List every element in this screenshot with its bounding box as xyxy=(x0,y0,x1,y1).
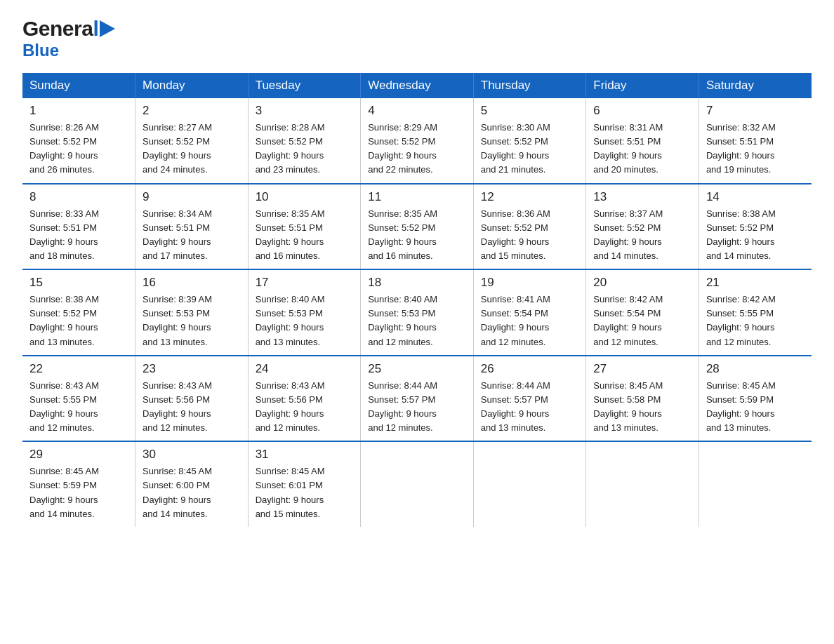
day-info: Sunrise: 8:45 AM Sunset: 5:59 PM Dayligh… xyxy=(706,379,805,436)
day-info: Sunrise: 8:33 AM Sunset: 5:51 PM Dayligh… xyxy=(29,207,128,264)
day-of-week-header: Saturday xyxy=(699,73,812,98)
day-of-week-header: Thursday xyxy=(473,73,586,98)
calendar-day-cell: 19 Sunrise: 8:41 AM Sunset: 5:54 PM Dayl… xyxy=(473,269,586,356)
day-info: Sunrise: 8:27 AM Sunset: 5:52 PM Dayligh… xyxy=(143,121,241,177)
day-number: 5 xyxy=(481,104,579,118)
day-number: 14 xyxy=(706,190,805,204)
day-of-week-header: Friday xyxy=(586,73,699,98)
day-info: Sunrise: 8:42 AM Sunset: 5:55 PM Dayligh… xyxy=(706,293,805,349)
day-number: 17 xyxy=(256,276,354,290)
day-info: Sunrise: 8:26 AM Sunset: 5:52 PM Dayligh… xyxy=(29,121,128,177)
calendar-table: SundayMondayTuesdayWednesdayThursdayFrid… xyxy=(22,73,812,527)
day-info: Sunrise: 8:38 AM Sunset: 5:52 PM Dayligh… xyxy=(706,207,805,264)
calendar-day-cell: 24 Sunrise: 8:43 AM Sunset: 5:56 PM Dayl… xyxy=(248,356,361,442)
day-number: 22 xyxy=(29,362,128,376)
day-number: 6 xyxy=(593,104,691,118)
calendar-day-cell xyxy=(361,441,474,527)
day-info: Sunrise: 8:43 AM Sunset: 5:56 PM Dayligh… xyxy=(143,379,241,436)
day-info: Sunrise: 8:36 AM Sunset: 5:52 PM Dayligh… xyxy=(481,207,579,264)
day-number: 19 xyxy=(481,276,579,290)
calendar-day-cell xyxy=(473,441,586,527)
day-number: 3 xyxy=(256,104,354,118)
calendar-week-row: 8 Sunrise: 8:33 AM Sunset: 5:51 PM Dayli… xyxy=(22,184,812,270)
day-info: Sunrise: 8:44 AM Sunset: 5:57 PM Dayligh… xyxy=(368,379,466,436)
calendar-day-cell: 21 Sunrise: 8:42 AM Sunset: 5:55 PM Dayl… xyxy=(699,269,812,356)
day-number: 24 xyxy=(256,362,354,376)
calendar-day-cell: 4 Sunrise: 8:29 AM Sunset: 5:52 PM Dayli… xyxy=(361,98,474,184)
calendar-day-cell: 15 Sunrise: 8:38 AM Sunset: 5:52 PM Dayl… xyxy=(22,269,135,356)
logo-blue-text: Blue xyxy=(22,41,59,60)
calendar-day-cell: 18 Sunrise: 8:40 AM Sunset: 5:53 PM Dayl… xyxy=(361,269,474,356)
day-number: 4 xyxy=(368,104,466,118)
day-info: Sunrise: 8:43 AM Sunset: 5:55 PM Dayligh… xyxy=(29,379,128,436)
day-number: 2 xyxy=(143,104,241,118)
day-number: 9 xyxy=(143,190,241,204)
day-info: Sunrise: 8:40 AM Sunset: 5:53 PM Dayligh… xyxy=(368,293,466,349)
day-info: Sunrise: 8:41 AM Sunset: 5:54 PM Dayligh… xyxy=(481,293,579,349)
day-info: Sunrise: 8:28 AM Sunset: 5:52 PM Dayligh… xyxy=(256,121,354,177)
day-number: 30 xyxy=(143,448,241,462)
day-info: Sunrise: 8:45 AM Sunset: 6:00 PM Dayligh… xyxy=(143,464,241,521)
day-info: Sunrise: 8:40 AM Sunset: 5:53 PM Dayligh… xyxy=(256,293,354,349)
calendar-day-cell: 25 Sunrise: 8:44 AM Sunset: 5:57 PM Dayl… xyxy=(361,356,474,442)
day-number: 13 xyxy=(593,190,691,204)
day-number: 7 xyxy=(706,104,805,118)
day-number: 1 xyxy=(29,104,128,118)
calendar-day-cell: 26 Sunrise: 8:44 AM Sunset: 5:57 PM Dayl… xyxy=(473,356,586,442)
calendar-day-cell: 14 Sunrise: 8:38 AM Sunset: 5:52 PM Dayl… xyxy=(699,184,812,270)
day-number: 11 xyxy=(368,190,466,204)
day-number: 23 xyxy=(143,362,241,376)
day-info: Sunrise: 8:39 AM Sunset: 5:53 PM Dayligh… xyxy=(143,293,241,349)
day-info: Sunrise: 8:35 AM Sunset: 5:51 PM Dayligh… xyxy=(256,207,354,264)
day-number: 29 xyxy=(29,448,128,462)
svg-marker-0 xyxy=(100,20,115,37)
day-info: Sunrise: 8:35 AM Sunset: 5:52 PM Dayligh… xyxy=(368,207,466,264)
day-info: Sunrise: 8:29 AM Sunset: 5:52 PM Dayligh… xyxy=(368,121,466,177)
calendar-day-cell: 5 Sunrise: 8:30 AM Sunset: 5:52 PM Dayli… xyxy=(473,98,586,184)
calendar-day-cell: 10 Sunrise: 8:35 AM Sunset: 5:51 PM Dayl… xyxy=(248,184,361,270)
day-info: Sunrise: 8:43 AM Sunset: 5:56 PM Dayligh… xyxy=(256,379,354,436)
day-number: 10 xyxy=(256,190,354,204)
day-info: Sunrise: 8:34 AM Sunset: 5:51 PM Dayligh… xyxy=(143,207,241,264)
calendar-day-cell: 17 Sunrise: 8:40 AM Sunset: 5:53 PM Dayl… xyxy=(248,269,361,356)
calendar-week-row: 1 Sunrise: 8:26 AM Sunset: 5:52 PM Dayli… xyxy=(22,98,812,184)
calendar-week-row: 22 Sunrise: 8:43 AM Sunset: 5:55 PM Dayl… xyxy=(22,356,812,442)
day-number: 15 xyxy=(29,276,128,290)
day-info: Sunrise: 8:37 AM Sunset: 5:52 PM Dayligh… xyxy=(593,207,691,264)
day-number: 16 xyxy=(143,276,241,290)
day-number: 28 xyxy=(706,362,805,376)
calendar-day-cell: 9 Sunrise: 8:34 AM Sunset: 5:51 PM Dayli… xyxy=(135,184,249,270)
calendar-day-cell: 12 Sunrise: 8:36 AM Sunset: 5:52 PM Dayl… xyxy=(473,184,586,270)
calendar-day-cell: 8 Sunrise: 8:33 AM Sunset: 5:51 PM Dayli… xyxy=(22,184,135,270)
calendar-day-cell: 29 Sunrise: 8:45 AM Sunset: 5:59 PM Dayl… xyxy=(22,441,135,527)
logo-general-text: General xyxy=(22,17,98,41)
calendar-day-cell: 27 Sunrise: 8:45 AM Sunset: 5:58 PM Dayl… xyxy=(586,356,699,442)
calendar-week-row: 29 Sunrise: 8:45 AM Sunset: 5:59 PM Dayl… xyxy=(22,441,812,527)
day-info: Sunrise: 8:42 AM Sunset: 5:54 PM Dayligh… xyxy=(593,293,691,349)
day-info: Sunrise: 8:32 AM Sunset: 5:51 PM Dayligh… xyxy=(706,121,805,177)
logo-triangle-icon xyxy=(100,20,115,37)
day-of-week-header: Wednesday xyxy=(361,73,474,98)
day-number: 27 xyxy=(593,362,691,376)
day-info: Sunrise: 8:38 AM Sunset: 5:52 PM Dayligh… xyxy=(29,293,128,349)
logo: General Blue xyxy=(22,17,115,60)
day-of-week-header: Tuesday xyxy=(248,73,361,98)
calendar-day-cell: 23 Sunrise: 8:43 AM Sunset: 5:56 PM Dayl… xyxy=(135,356,249,442)
calendar-day-cell: 16 Sunrise: 8:39 AM Sunset: 5:53 PM Dayl… xyxy=(135,269,249,356)
day-info: Sunrise: 8:45 AM Sunset: 5:58 PM Dayligh… xyxy=(593,379,691,436)
day-number: 20 xyxy=(593,276,691,290)
day-info: Sunrise: 8:44 AM Sunset: 5:57 PM Dayligh… xyxy=(481,379,579,436)
calendar-week-row: 15 Sunrise: 8:38 AM Sunset: 5:52 PM Dayl… xyxy=(22,269,812,356)
day-of-week-header: Sunday xyxy=(22,73,135,98)
calendar-day-cell: 31 Sunrise: 8:45 AM Sunset: 6:01 PM Dayl… xyxy=(248,441,361,527)
calendar-day-cell: 3 Sunrise: 8:28 AM Sunset: 5:52 PM Dayli… xyxy=(248,98,361,184)
calendar-day-cell: 1 Sunrise: 8:26 AM Sunset: 5:52 PM Dayli… xyxy=(22,98,135,184)
day-number: 26 xyxy=(481,362,579,376)
day-info: Sunrise: 8:31 AM Sunset: 5:51 PM Dayligh… xyxy=(593,121,691,177)
day-number: 31 xyxy=(256,448,354,462)
day-info: Sunrise: 8:45 AM Sunset: 5:59 PM Dayligh… xyxy=(29,464,128,521)
calendar-header-row: SundayMondayTuesdayWednesdayThursdayFrid… xyxy=(22,73,812,98)
day-of-week-header: Monday xyxy=(135,73,249,98)
calendar-day-cell: 22 Sunrise: 8:43 AM Sunset: 5:55 PM Dayl… xyxy=(22,356,135,442)
day-number: 8 xyxy=(29,190,128,204)
